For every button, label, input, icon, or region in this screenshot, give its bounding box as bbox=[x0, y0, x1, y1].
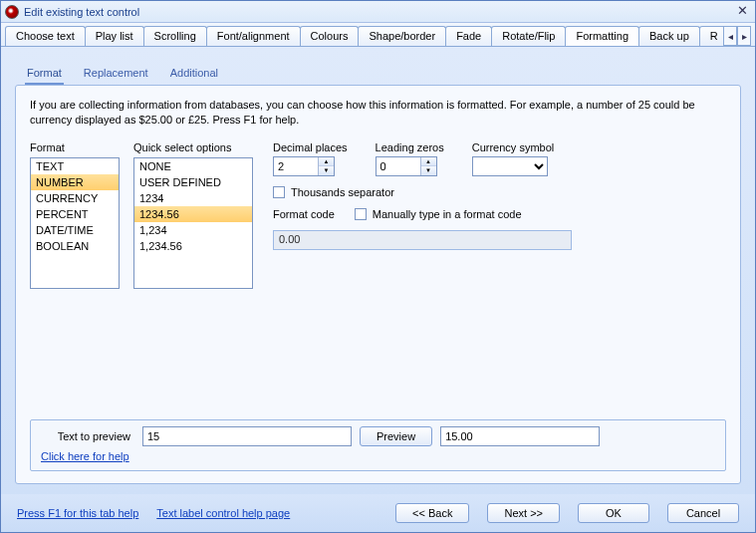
thousands-separator-label: Thousands separator bbox=[291, 186, 394, 198]
quickselect-listbox[interactable]: NONEUSER DEFINED12341234.561,2341,234.56 bbox=[133, 157, 253, 289]
footer: Press F1 for this tab help Text label co… bbox=[1, 494, 755, 532]
tab-scroll-right-icon[interactable]: ▸ bbox=[737, 26, 751, 46]
next-button[interactable]: Next >> bbox=[487, 503, 560, 523]
quickselect-column: Quick select options NONEUSER DEFINED123… bbox=[133, 141, 253, 289]
form-area: Format TEXTNUMBERCURRENCYPERCENTDATE/TIM… bbox=[30, 141, 726, 289]
list-item[interactable]: NONE bbox=[134, 158, 252, 174]
tab-colours[interactable]: Colours bbox=[300, 26, 360, 46]
titlebar: Edit existing text control ✕ bbox=[1, 1, 755, 23]
subtab-replacement[interactable]: Replacement bbox=[82, 63, 150, 85]
list-item[interactable]: 1234.56 bbox=[134, 206, 252, 222]
subtab-format[interactable]: Format bbox=[25, 63, 64, 85]
list-item[interactable]: 1,234 bbox=[134, 222, 252, 238]
decimal-places-input[interactable] bbox=[274, 157, 318, 175]
footer-help-page[interactable]: Text label control help page bbox=[156, 507, 290, 519]
panel-description: If you are collecting information from d… bbox=[30, 98, 726, 128]
preview-bar: Text to preview Preview Click here for h… bbox=[30, 419, 726, 471]
leading-zeros-field: Leading zeros ▲ ▼ bbox=[376, 141, 444, 176]
list-item[interactable]: 1,234.56 bbox=[134, 238, 252, 254]
format-column: Format TEXTNUMBERCURRENCYPERCENTDATE/TIM… bbox=[30, 141, 120, 289]
currency-symbol-label: Currency symbol bbox=[472, 141, 555, 153]
sub-tabs: FormatReplacementAdditional bbox=[15, 59, 741, 85]
cancel-button[interactable]: Cancel bbox=[667, 503, 739, 523]
list-item[interactable]: TEXT bbox=[31, 158, 119, 174]
tab-scrolling[interactable]: Scrolling bbox=[143, 26, 207, 46]
decimal-places-label: Decimal places bbox=[273, 141, 348, 153]
tab-rotate-flip[interactable]: Rotate/Flip bbox=[491, 26, 566, 46]
decimal-places-spinner[interactable]: ▲ ▼ bbox=[273, 156, 335, 176]
dialog-body: FormatReplacementAdditional If you are c… bbox=[1, 47, 755, 494]
list-item[interactable]: USER DEFINED bbox=[134, 174, 252, 190]
format-code-label: Format code bbox=[273, 208, 335, 220]
tab-font-alignment[interactable]: Font/alignment bbox=[206, 26, 301, 46]
window-title: Edit existing text control bbox=[24, 6, 733, 18]
tab-scroll-left-icon[interactable]: ◂ bbox=[723, 26, 737, 46]
leading-zeros-spinner[interactable]: ▲ ▼ bbox=[376, 156, 437, 176]
tab-r[interactable]: R bbox=[699, 26, 723, 46]
spinner-down-icon[interactable]: ▼ bbox=[319, 166, 334, 175]
tab-play-list[interactable]: Play list bbox=[85, 26, 144, 46]
list-item[interactable]: NUMBER bbox=[31, 174, 119, 190]
list-item[interactable]: DATE/TIME bbox=[31, 222, 119, 238]
currency-symbol-select[interactable] bbox=[472, 156, 548, 176]
list-item[interactable]: BOOLEAN bbox=[31, 238, 119, 254]
list-item[interactable]: 1234 bbox=[134, 190, 252, 206]
preview-output bbox=[440, 426, 600, 446]
tab-shape-border[interactable]: Shape/border bbox=[358, 26, 446, 46]
spinner-up-icon[interactable]: ▲ bbox=[319, 157, 334, 167]
currency-symbol-field: Currency symbol bbox=[472, 141, 555, 176]
tab-fade[interactable]: Fade bbox=[445, 26, 492, 46]
manual-code-checkbox[interactable]: Manually type in a format code bbox=[355, 208, 522, 220]
format-code-display: 0.00 bbox=[273, 230, 572, 250]
format-label: Format bbox=[30, 141, 120, 153]
leading-zeros-label: Leading zeros bbox=[376, 141, 444, 153]
tab-choose-text[interactable]: Choose text bbox=[5, 26, 86, 46]
main-tabs: Choose textPlay listScrollingFont/alignm… bbox=[1, 23, 755, 47]
subtab-additional[interactable]: Additional bbox=[168, 63, 220, 85]
back-button[interactable]: << Back bbox=[395, 503, 469, 523]
footer-help-tab[interactable]: Press F1 for this tab help bbox=[17, 507, 138, 519]
list-item[interactable]: PERCENT bbox=[31, 206, 119, 222]
quickselect-label: Quick select options bbox=[133, 141, 253, 153]
leading-zeros-input[interactable] bbox=[377, 157, 420, 175]
app-icon bbox=[5, 5, 19, 19]
tab-back-up[interactable]: Back up bbox=[638, 26, 700, 46]
checkbox-icon bbox=[355, 208, 367, 220]
tab-formatting[interactable]: Formatting bbox=[565, 26, 639, 46]
manual-code-label: Manually type in a format code bbox=[373, 208, 522, 220]
format-listbox[interactable]: TEXTNUMBERCURRENCYPERCENTDATE/TIMEBOOLEA… bbox=[30, 157, 120, 289]
preview-input[interactable] bbox=[142, 426, 352, 446]
list-item[interactable]: CURRENCY bbox=[31, 190, 119, 206]
thousands-separator-checkbox[interactable]: Thousands separator bbox=[273, 186, 394, 198]
preview-help-link[interactable]: Click here for help bbox=[41, 450, 129, 462]
decimal-places-field: Decimal places ▲ ▼ bbox=[273, 141, 348, 176]
options-column: Decimal places ▲ ▼ Leading zeros bbox=[267, 141, 726, 289]
dialog-window: Edit existing text control ✕ Choose text… bbox=[0, 0, 756, 533]
format-panel: If you are collecting information from d… bbox=[15, 85, 741, 484]
checkbox-icon bbox=[273, 186, 285, 198]
spinner-down-icon[interactable]: ▼ bbox=[421, 166, 436, 175]
preview-label: Text to preview bbox=[41, 430, 134, 442]
spinner-up-icon[interactable]: ▲ bbox=[421, 157, 436, 167]
close-icon[interactable]: ✕ bbox=[733, 4, 751, 20]
preview-button[interactable]: Preview bbox=[360, 426, 432, 446]
ok-button[interactable]: OK bbox=[578, 503, 649, 523]
